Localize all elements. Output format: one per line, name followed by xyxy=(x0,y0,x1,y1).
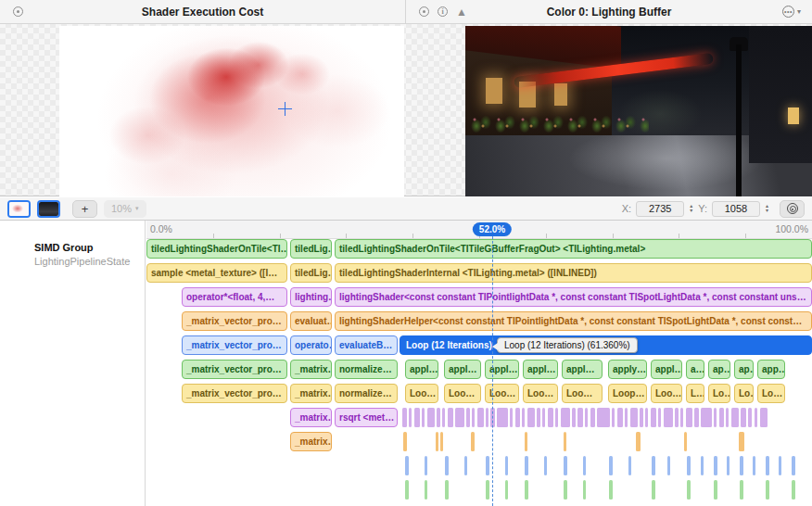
timeline-block[interactable]: appl… xyxy=(651,360,682,379)
timeline-bar[interactable] xyxy=(577,408,583,427)
timeline-bar[interactable] xyxy=(505,480,508,500)
timeline-bar[interactable] xyxy=(537,408,540,427)
timeline-bar[interactable] xyxy=(561,408,570,427)
timeline-bar[interactable] xyxy=(658,408,661,427)
timeline-bar[interactable] xyxy=(740,480,743,500)
timeline-bar[interactable] xyxy=(755,408,757,427)
timeline-bar[interactable] xyxy=(612,408,615,427)
timeline-bar[interactable] xyxy=(422,408,425,427)
timeline-block[interactable]: evaluateB… xyxy=(335,335,398,355)
timeline-bar[interactable] xyxy=(731,408,739,427)
timeline-bar[interactable] xyxy=(766,456,769,475)
timeline-bar[interactable] xyxy=(425,480,427,500)
timeline-block[interactable]: L… xyxy=(686,384,704,403)
target-pixel-button[interactable] xyxy=(780,200,805,218)
timeline-block[interactable]: appl… xyxy=(405,360,438,379)
timeline-block[interactable]: Lo… xyxy=(708,384,730,403)
timeline-block[interactable]: app… xyxy=(757,360,785,379)
execution-cost-heatmap-image[interactable] xyxy=(59,26,404,196)
pixel-probe-icon[interactable] xyxy=(13,6,23,17)
timeline-bar[interactable] xyxy=(625,408,628,427)
timeline-bar[interactable] xyxy=(525,456,528,475)
timeline-block[interactable]: normalize… xyxy=(335,384,398,403)
timeline-block[interactable]: _matrix… xyxy=(290,432,332,451)
timeline-block[interactable]: sample <metal_texture> ([I… xyxy=(146,263,287,283)
timeline-bar[interactable] xyxy=(436,432,438,451)
timeline-bar[interactable] xyxy=(486,408,488,427)
timeline-bar[interactable] xyxy=(437,408,440,427)
timeline-bar[interactable] xyxy=(792,480,795,500)
timeline-bar[interactable] xyxy=(739,432,744,451)
timeline-bar[interactable] xyxy=(640,408,643,427)
timeline-bar[interactable] xyxy=(753,456,755,475)
timeline-bar[interactable] xyxy=(442,408,445,427)
timeline-block[interactable]: _matrix_vector_pro… xyxy=(182,335,287,355)
timeline-bar[interactable] xyxy=(445,456,449,475)
timeline-block[interactable]: Lo… xyxy=(734,384,754,403)
timeline-block[interactable]: Loo… xyxy=(444,384,481,403)
timeline-bar[interactable] xyxy=(686,408,692,427)
timeline-bar[interactable] xyxy=(414,408,420,427)
timeline-bar[interactable] xyxy=(564,456,567,475)
timeline-bar[interactable] xyxy=(405,480,409,500)
timeline-bar[interactable] xyxy=(486,456,489,475)
timeline-block[interactable]: lightingShaderHelper<const constant TIPo… xyxy=(335,311,812,331)
y-coordinate-stepper[interactable]: ▴▾ xyxy=(765,201,769,217)
timeline-bar[interactable] xyxy=(630,408,638,427)
timeline-block[interactable]: Loo… xyxy=(651,384,682,403)
timeline-bar[interactable] xyxy=(664,408,673,427)
timeline-block[interactable]: lighting… xyxy=(290,287,332,307)
timeline-block[interactable]: tiledLig… xyxy=(290,239,332,259)
timeline-block[interactable]: _matrix… xyxy=(290,360,332,379)
timeline-block[interactable]: tiledLig… xyxy=(290,263,332,283)
timeline-bar[interactable] xyxy=(464,456,467,475)
timeline-block[interactable]: appl… xyxy=(444,360,481,379)
timeline-bar[interactable] xyxy=(427,408,435,427)
timeline-bar[interactable] xyxy=(617,408,623,427)
timeline-bar[interactable] xyxy=(680,408,683,427)
timeline-block[interactable]: tiledLightingShaderOnTile<TI… xyxy=(146,239,287,259)
timeline-bar[interactable] xyxy=(403,432,407,451)
timeline-block[interactable]: rsqrt <met… xyxy=(335,408,398,427)
timeline-bar[interactable] xyxy=(748,408,752,427)
timeline-bar[interactable] xyxy=(727,456,730,475)
timeline-block[interactable]: a… xyxy=(686,360,704,379)
lighting-buffer-image[interactable] xyxy=(465,26,812,196)
timeline-bar[interactable] xyxy=(583,480,586,500)
timeline-bar[interactable] xyxy=(609,480,613,500)
timeline-bar[interactable] xyxy=(590,408,595,427)
timeline-bar[interactable] xyxy=(542,408,545,427)
timeline-block[interactable]: Loo… xyxy=(562,384,603,403)
timeline-block[interactable]: evaluat… xyxy=(290,311,332,331)
viewer-options-menu[interactable]: ••• ▾ xyxy=(782,6,801,18)
timeline-bar[interactable] xyxy=(544,456,547,475)
timeline-bar[interactable] xyxy=(409,408,412,427)
timeline-bar[interactable] xyxy=(564,480,567,500)
timeline-bar[interactable] xyxy=(515,408,520,427)
timeline-bar[interactable] xyxy=(609,456,613,475)
timeline-block[interactable]: Lo… xyxy=(757,384,785,403)
timeline-bar[interactable] xyxy=(694,408,699,427)
timeline-block[interactable]: appl… xyxy=(485,360,519,379)
timeline-bar[interactable] xyxy=(726,408,729,427)
timeline-block[interactable]: tiledLightingShaderOnTile<TITileGBufferF… xyxy=(335,239,812,259)
timeline-bar[interactable] xyxy=(714,480,717,500)
timeline-bar[interactable] xyxy=(477,408,484,427)
timeline-block[interactable]: _matrix_vector_pro… xyxy=(182,311,287,331)
pixel-probe-icon[interactable] xyxy=(419,6,429,17)
timeline-bar[interactable] xyxy=(740,456,743,475)
timeline-bar[interactable] xyxy=(510,408,513,427)
timeline-bar[interactable] xyxy=(527,408,535,427)
timeline-bar[interactable] xyxy=(548,408,553,427)
timeline-bar[interactable] xyxy=(687,480,691,500)
timeline-bar[interactable] xyxy=(779,456,781,475)
timeline-bar[interactable] xyxy=(684,432,687,451)
timeline-bar[interactable] xyxy=(472,408,475,427)
timeline-bar[interactable] xyxy=(792,456,795,475)
timeline-bar[interactable] xyxy=(628,456,631,475)
timeline-block[interactable]: apply… xyxy=(608,360,647,379)
timeline-bar[interactable] xyxy=(645,408,648,427)
timeline-block[interactable]: ap… xyxy=(734,360,754,379)
timeline-block[interactable]: _matrix_vector_pro… xyxy=(182,384,287,403)
timeline-bar[interactable] xyxy=(505,456,508,475)
